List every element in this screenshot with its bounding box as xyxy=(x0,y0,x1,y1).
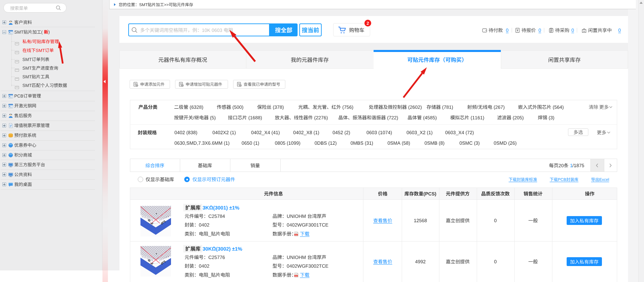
svg-text:PDF: PDF xyxy=(295,234,298,236)
svg-text:PDF: PDF xyxy=(295,275,298,277)
